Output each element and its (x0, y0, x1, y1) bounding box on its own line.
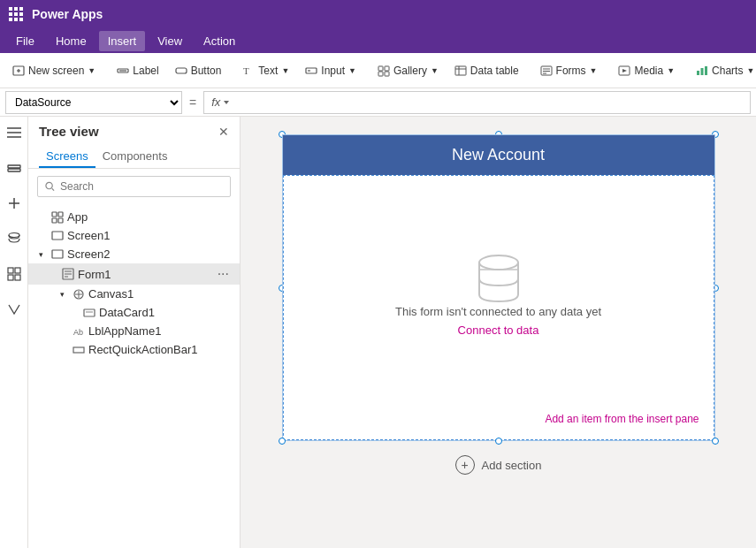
svg-rect-7 (14, 18, 18, 21)
button-button[interactable]: Button (168, 61, 229, 80)
datasource-select[interactable]: DataSource (5, 91, 182, 114)
svg-rect-47 (8, 275, 13, 280)
svg-rect-21 (385, 72, 389, 76)
form-content[interactable]: This form isn't connected to any data ye… (283, 175, 714, 440)
svg-rect-20 (378, 72, 383, 76)
gallery-button[interactable]: Gallery ▼ (370, 61, 446, 80)
connect-to-data-link[interactable]: Connect to data (458, 323, 539, 337)
svg-marker-30 (622, 69, 627, 72)
toolbar: New screen ▼ Label Button T Text ▼ Input… (0, 53, 756, 88)
svg-rect-19 (385, 66, 389, 71)
tree-close-button[interactable]: ✕ (218, 125, 229, 139)
media-button[interactable]: Media ▼ (611, 61, 682, 80)
svg-rect-33 (705, 66, 707, 75)
plus-circle-icon: + (455, 455, 475, 475)
new-screen-button[interactable]: New screen ▼ (5, 61, 103, 80)
svg-rect-1 (14, 7, 18, 11)
svg-point-49 (46, 182, 52, 188)
svg-rect-54 (58, 218, 63, 223)
menu-view[interactable]: View (149, 31, 191, 51)
forms-arrow: ▼ (590, 66, 598, 75)
tree-item-app[interactable]: App (28, 208, 240, 226)
svg-rect-0 (9, 7, 12, 11)
sidebar-icon-data[interactable] (4, 228, 25, 249)
fx-label: fx (211, 95, 220, 109)
label-btn-label: Label (133, 65, 158, 77)
datacard1-icon (83, 307, 95, 319)
sidebar-icon-variables[interactable] (4, 299, 25, 320)
sidebar-icon-add[interactable] (4, 193, 25, 214)
svg-rect-3 (9, 12, 12, 16)
no-data-text: This form isn't connected to any data ye… (395, 305, 601, 318)
handle-bc[interactable] (495, 438, 502, 445)
sidebar-icon-layers[interactable] (4, 157, 25, 179)
sidebar-icon-components[interactable] (4, 263, 25, 285)
menu-insert[interactable]: Insert (99, 31, 146, 51)
tree-tabs: Screens Components (28, 146, 240, 169)
tree-content: App Screen1 ▾ Screen2 Form1 ··· (28, 204, 240, 548)
tree-panel: Tree view ✕ Screens Components App (28, 117, 241, 548)
button-btn-label: Button (191, 65, 222, 77)
rect-icon (73, 344, 85, 356)
tree-tab-components[interactable]: Components (95, 146, 175, 168)
tree-view-title: Tree view (39, 124, 99, 139)
charts-button[interactable]: Charts ▼ (689, 61, 756, 80)
sidebar-icons (0, 117, 28, 548)
svg-point-44 (9, 233, 19, 238)
text-button[interactable]: T Text ▼ (235, 61, 296, 80)
menu-file[interactable]: File (7, 31, 43, 51)
media-arrow: ▼ (667, 66, 675, 75)
screen-header-text: New Account (452, 146, 545, 164)
formula-input[interactable]: fx (203, 91, 751, 114)
input-arrow: ▼ (348, 66, 356, 75)
tree-item-lblappname1[interactable]: Ab LblAppName1 (28, 322, 240, 340)
svg-rect-5 (19, 12, 23, 16)
svg-text:Ab: Ab (73, 328, 83, 337)
handle-bl[interactable] (279, 438, 286, 445)
title-bar: Power Apps (0, 0, 756, 28)
sidebar-icon-hamburger[interactable] (4, 122, 25, 143)
tree-item-canvas1[interactable]: ▾ Canvas1 (28, 285, 240, 303)
tree-item-screen2[interactable]: ▾ Screen2 (28, 245, 240, 263)
form1-more-button[interactable]: ··· (218, 266, 229, 282)
tree-item-datacard1[interactable]: DataCard1 (28, 303, 240, 322)
svg-rect-41 (8, 169, 20, 171)
data-table-label: Data table (470, 65, 519, 77)
tree-item-rectquickactionbar1[interactable]: RectQuickActionBar1 (28, 340, 240, 359)
app-icon (51, 211, 64, 224)
tree-item-form1[interactable]: Form1 ··· (28, 263, 240, 285)
add-section-button[interactable]: + Add section (455, 455, 542, 475)
screen-frame: New Account This form isn't connected to… (282, 134, 715, 441)
svg-rect-51 (52, 212, 57, 217)
gallery-arrow: ▼ (431, 66, 439, 75)
app-title: Power Apps (32, 7, 103, 21)
svg-rect-4 (14, 12, 18, 16)
label-button[interactable]: Label (110, 61, 165, 80)
database-icon (472, 252, 525, 305)
charts-btn-label: Charts (712, 65, 743, 77)
menu-action[interactable]: Action (195, 31, 244, 51)
charts-arrow: ▼ (746, 66, 754, 75)
svg-line-50 (52, 188, 54, 190)
screen2-icon (51, 248, 64, 261)
new-screen-label: New screen (28, 65, 84, 77)
tree-tab-screens[interactable]: Screens (39, 146, 95, 168)
svg-rect-46 (15, 268, 20, 273)
text-arrow: ▼ (281, 66, 289, 75)
input-button[interactable]: Input ▼ (298, 61, 363, 80)
search-input[interactable] (60, 180, 223, 193)
lbl-icon: Ab (73, 325, 85, 338)
menu-home[interactable]: Home (47, 31, 95, 51)
svg-rect-31 (697, 71, 699, 75)
svg-rect-55 (52, 232, 63, 240)
data-table-button[interactable]: Data table (447, 61, 526, 80)
screen1-icon (51, 230, 64, 242)
forms-button[interactable]: Forms ▼ (533, 61, 605, 80)
form1-icon (62, 268, 74, 280)
forms-btn-label: Forms (556, 65, 586, 77)
handle-br[interactable] (712, 438, 719, 445)
tree-item-screen1[interactable]: Screen1 (28, 226, 240, 245)
screen-container: New Account This form isn't connected to… (282, 134, 715, 441)
tree-search-box[interactable] (37, 176, 231, 197)
svg-rect-22 (455, 66, 466, 75)
